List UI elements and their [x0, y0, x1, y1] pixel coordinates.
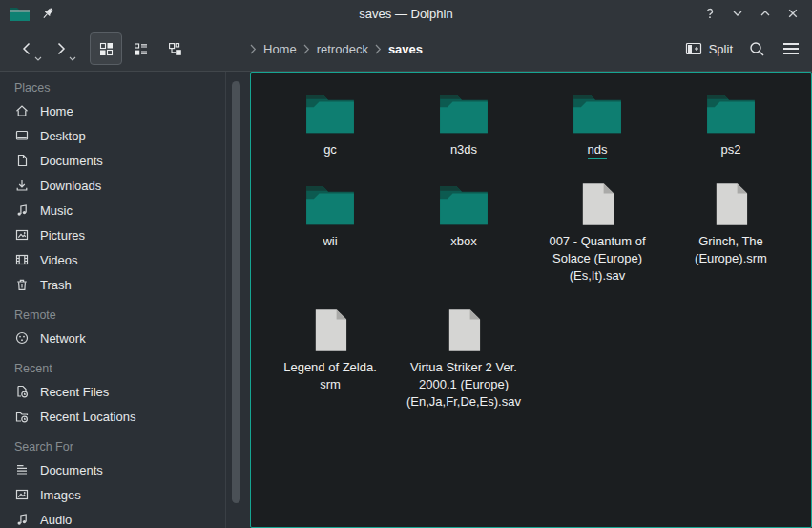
music-note-icon [14, 202, 30, 218]
sidebar-item-pictures[interactable]: Pictures [0, 222, 250, 247]
item-label: xbox [450, 233, 476, 250]
folder-icon [10, 6, 31, 22]
folder-item-nds[interactable]: nds [531, 84, 664, 176]
desktop-icon [14, 128, 30, 143]
details-view-button[interactable] [124, 32, 156, 65]
back-button[interactable] [11, 33, 42, 64]
folder-item-wii[interactable]: wii [263, 176, 397, 302]
folder-item-xbox[interactable]: xbox [397, 176, 531, 302]
item-label: Legend of Zelda.srm [283, 359, 377, 393]
file-icon [446, 307, 482, 353]
sidebar-item-label: Images [40, 488, 81, 502]
sidebar-item-images[interactable]: Images [0, 482, 250, 507]
item-label: Grinch, The(Europe).srm [695, 233, 767, 267]
sidebar-item-documents[interactable]: Documents [0, 457, 250, 482]
sidebar-item-music[interactable]: Music [0, 198, 250, 222]
sidebar-section-search-for: Search ForDocumentsImagesAudio [0, 436, 250, 528]
folder-icon [572, 90, 623, 136]
close-icon[interactable] [783, 4, 802, 23]
sidebar-item-label: Recent Locations [40, 410, 135, 424]
breadcrumb-current[interactable]: saves [388, 42, 423, 56]
minimize-icon[interactable] [728, 4, 747, 23]
forward-icon [52, 40, 70, 57]
sidebar-item-videos[interactable]: Videos [0, 247, 250, 272]
folder-icon [304, 181, 356, 227]
help-icon[interactable] [700, 4, 719, 23]
sidebar-item-recent-files[interactable]: Recent Files [0, 379, 250, 404]
details-view-icon [133, 41, 149, 57]
film-icon [14, 252, 30, 267]
chevron-right-icon [250, 44, 257, 54]
tree-view-button[interactable] [158, 32, 191, 65]
sidebar-item-network[interactable]: Network [0, 326, 250, 350]
item-label: nds [588, 141, 608, 158]
file-item-legend-of-zelda[interactable]: Legend of Zelda.srm [263, 302, 397, 428]
sidebar-item-label: Pictures [40, 228, 85, 243]
section-header: Search For [0, 436, 250, 457]
file-icon [312, 307, 348, 353]
file-item-grinch-the[interactable]: Grinch, The(Europe).srm [664, 176, 798, 302]
hamburger-menu-icon[interactable] [781, 41, 801, 56]
sidebar-scrollbar[interactable] [232, 81, 240, 503]
sidebar-item-label: Documents [40, 463, 103, 477]
split-button-label: Split [709, 42, 733, 56]
section-header: Remote [0, 305, 250, 326]
forward-button[interactable] [46, 33, 76, 64]
folder-item-ps2[interactable]: ps2 [664, 84, 798, 176]
sidebar-item-recent-locations[interactable]: Recent Locations [0, 404, 250, 429]
chevron-right-icon [375, 44, 382, 54]
toolbar: Home retrodeck saves Split [0, 27, 812, 71]
folder-item-n3ds[interactable]: n3ds [397, 84, 531, 176]
sidebar-item-label: Audio [40, 513, 72, 527]
sidebar-item-desktop[interactable]: Desktop [0, 123, 250, 148]
sidebar-item-label: Home [40, 104, 73, 118]
icons-view-icon [98, 41, 115, 57]
breadcrumb: Home retrodeck saves [250, 42, 423, 56]
folder-icon [304, 90, 356, 136]
sidebar-item-label: Documents [40, 154, 103, 168]
folder-item-gc[interactable]: gc [263, 84, 397, 176]
home-icon [14, 103, 30, 118]
panel-divider [225, 72, 226, 528]
view-mode-group [90, 32, 191, 65]
search-icon[interactable] [748, 40, 766, 58]
folder-view[interactable]: gcn3dsndsps2wiixbox007 - Quantum ofSolac… [250, 72, 812, 528]
sidebar-item-documents[interactable]: Documents [0, 148, 250, 173]
file-item-007-quantum-of[interactable]: 007 - Quantum ofSolace (Europe)(Es,It).s… [531, 176, 664, 302]
file-grid: gcn3dsndsps2wiixbox007 - Quantum ofSolac… [263, 84, 811, 428]
file-item-virtua-striker-2-ver[interactable]: Virtua Striker 2 Ver.2000.1 (Europe)(En,… [397, 302, 531, 428]
item-label: Virtua Striker 2 Ver.2000.1 (Europe)(En,… [406, 359, 521, 411]
network-icon [14, 330, 30, 346]
sidebar-item-downloads[interactable]: Downloads [0, 173, 250, 198]
icons-view-button[interactable] [90, 32, 122, 65]
chevron-right-icon [303, 44, 310, 54]
sidebar-item-audio[interactable]: Audio [0, 507, 250, 528]
sidebar-section-recent: RecentRecent FilesRecent Locations [0, 358, 250, 429]
maximize-icon[interactable] [756, 4, 775, 23]
split-button[interactable]: Split [685, 41, 733, 56]
pin-icon[interactable] [40, 6, 55, 21]
image-icon [14, 487, 30, 502]
dolphin-window: saves — Dolphin [0, 0, 812, 528]
recent-files-icon [14, 384, 30, 399]
section-header: Places [0, 77, 250, 98]
breadcrumb-home[interactable]: Home [263, 42, 297, 56]
sidebar-item-label: Recent Files [40, 385, 109, 399]
chevron-down-icon [69, 56, 76, 61]
breadcrumb-retrodeck[interactable]: retrodeck [317, 42, 368, 56]
section-header: Recent [0, 358, 250, 379]
music-note-icon [14, 512, 30, 527]
chevron-down-icon [34, 56, 42, 61]
recent-locations-icon [14, 409, 30, 424]
sidebar-item-trash[interactable]: Trash [0, 272, 250, 297]
sidebar-item-label: Downloads [40, 179, 101, 193]
item-label: 007 - Quantum ofSolace (Europe)(Es,It).s… [549, 233, 645, 285]
sidebar-item-label: Trash [40, 278, 72, 292]
sidebar-item-label: Network [40, 331, 86, 346]
item-label: wii [323, 233, 337, 250]
file-icon [579, 181, 615, 227]
sidebar-item-label: Music [40, 203, 73, 218]
sidebar-item-home[interactable]: Home [0, 98, 250, 123]
sidebar-section-remote: RemoteNetwork [0, 305, 250, 350]
window-title: saves — Dolphin [0, 7, 812, 21]
